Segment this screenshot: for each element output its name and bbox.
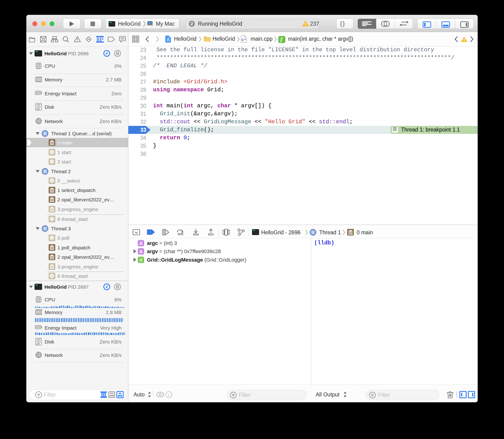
svg-text:++: ++ [244,38,246,41]
svg-text:i: i [168,393,169,397]
